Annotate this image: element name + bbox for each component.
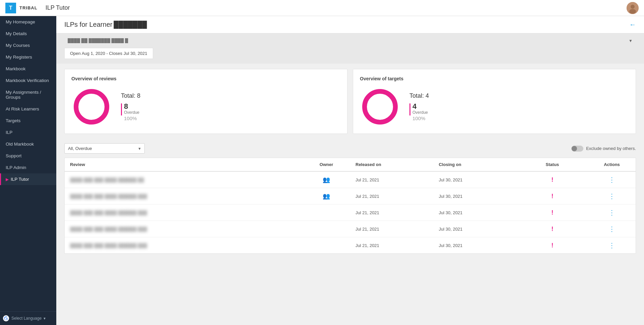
toggle-knob [572, 146, 577, 151]
col-header-review: Review [65, 158, 303, 171]
reviews-total: Total: 8 [121, 92, 140, 99]
table-cell-actions[interactable]: ⋮ [588, 205, 636, 221]
table-cell-owner [303, 205, 350, 221]
status-warning-icon: ! [551, 209, 553, 216]
table-cell-actions[interactable]: ⋮ [588, 171, 636, 188]
google-icon [3, 315, 9, 322]
sidebar-item-targets[interactable]: Targets [0, 115, 56, 127]
row-actions-menu-icon[interactable]: ⋮ [608, 176, 615, 183]
svg-point-1 [631, 5, 635, 9]
row-actions-menu-icon[interactable]: ⋮ [608, 225, 615, 233]
sidebar-item-at-risk-learners[interactable]: At Risk Learners [0, 103, 56, 115]
table-cell-closing: Jul 30, 2021 [433, 171, 516, 188]
col-header-owner: Owner [303, 158, 350, 171]
col-header-closing: Closing on [433, 158, 516, 171]
targets-donut-chart [360, 87, 400, 127]
targets-stats: Total: 4 4 Overdue 100% [409, 92, 429, 121]
sidebar-item-my-courses[interactable]: My Courses [0, 39, 56, 51]
page-title-wrap: ILPs for Learner ███████ [64, 21, 147, 28]
svg-point-3 [3, 315, 9, 321]
targets-card: Overview of targets Total: 4 4 [353, 69, 636, 134]
sidebar-item-markbook-verification[interactable]: Markbook Verification [0, 75, 56, 86]
sidebar-item-support[interactable]: Support [0, 150, 56, 162]
table-cell-review[interactable]: ████ ███ ███ ████ ██████ ███ [65, 237, 303, 254]
targets-donut-svg [360, 87, 400, 127]
table-body: ████ ███ ███ ████ ██████ ██ 👥 Jul 21, 20… [65, 171, 636, 253]
reviews-table-wrap: Review Owner Released on Closing on Stat… [64, 158, 636, 254]
table-cell-review[interactable]: ████ ███ ███ ████ ██████ ███ [65, 205, 303, 221]
table-cell-closing: Jul 30, 2021 [433, 237, 516, 254]
sidebar-item-markbook[interactable]: Markbook [0, 63, 56, 75]
ilp-select-input[interactable] [64, 36, 636, 45]
filter-select-wrap: All, Overdue All Overdue Completed ▼ [64, 143, 145, 154]
sidebar-item-ilp-admin[interactable]: ILP Admin [0, 162, 56, 173]
targets-donut-wrap: Total: 4 4 Overdue 100% [360, 87, 629, 127]
page-header: ILPs for Learner ███████ ← [56, 16, 644, 33]
table-cell-actions[interactable]: ⋮ [588, 221, 636, 237]
exclude-wrap: Exclude owned by others. [571, 146, 636, 152]
table-cell-released: Jul 21, 2021 [350, 171, 433, 188]
table-row: ████ ███ ███ ████ ██████ ██ 👥 Jul 21, 20… [65, 171, 636, 188]
table-cell-closing: Jul 30, 2021 [433, 221, 516, 237]
table-row: ████ ███ ███ ████ ██████ ███ Jul 21, 202… [65, 237, 636, 254]
date-section: Open Aug 1, 2020 - Closes Jul 30, 2021 [56, 48, 644, 64]
table-row: ████ ███ ███ ████ ██████ ███ Jul 21, 202… [65, 205, 636, 221]
sidebar-item-my-homepage[interactable]: My Homepage [0, 16, 56, 28]
sidebar-item-my-assignments-groups[interactable]: My Assignments / Groups [0, 86, 56, 103]
sidebar-item-ilp[interactable]: ILP [0, 127, 56, 138]
owner-group-icon: 👥 [323, 193, 330, 199]
table-cell-actions[interactable]: ⋮ [588, 237, 636, 254]
user-avatar[interactable] [627, 2, 639, 14]
targets-total: Total: 4 [409, 92, 429, 99]
targets-status-label: Overdue [412, 110, 428, 115]
sidebar-item-old-markbook[interactable]: Old Markbook [0, 138, 56, 150]
overview-section: Overview of reviews Total: 8 8 [56, 64, 644, 139]
table-row: ████ ███ ███ ████ ██████ ███ 👥 Jul 21, 2… [65, 188, 636, 205]
date-badge: Open Aug 1, 2020 - Closes Jul 30, 2021 [64, 48, 153, 59]
reviews-percentage: 100% [124, 115, 139, 121]
targets-percentage: 100% [412, 115, 428, 121]
table-cell-released: Jul 21, 2021 [350, 221, 433, 237]
main-content: ILPs for Learner ███████ ← ▼ Open Aug 1,… [56, 16, 644, 325]
logo-letter: T [9, 5, 12, 11]
reviews-donut-wrap: Total: 8 8 Overdue 100% [71, 87, 340, 127]
row-actions-menu-icon[interactable]: ⋮ [608, 192, 615, 200]
table-cell-owner [303, 221, 350, 237]
table-header-row: Review Owner Released on Closing on Stat… [65, 158, 636, 171]
sidebar: My Homepage My Details My Courses My Reg… [0, 16, 56, 325]
status-warning-icon: ! [551, 242, 553, 249]
targets-count-wrap: 4 Overdue 100% [412, 103, 428, 121]
col-header-actions: Actions [588, 158, 636, 171]
table-cell-released: Jul 21, 2021 [350, 188, 433, 205]
table-cell-review[interactable]: ████ ███ ███ ████ ██████ ███ [65, 188, 303, 205]
exclude-toggle[interactable] [571, 146, 583, 152]
svg-point-2 [629, 9, 636, 14]
top-header: T TRIBAL ILP Tutor [0, 0, 644, 16]
sidebar-item-ilp-tutor[interactable]: ▶ ILP Tutor [0, 173, 56, 185]
filter-select[interactable]: All, Overdue All Overdue Completed [64, 143, 145, 154]
sidebar-item-my-registers[interactable]: My Registers [0, 51, 56, 63]
filter-row: All, Overdue All Overdue Completed ▼ Exc… [56, 139, 644, 158]
table-cell-review[interactable]: ████ ███ ███ ████ ██████ ███ [65, 221, 303, 237]
active-arrow-icon: ▶ [6, 177, 9, 182]
row-actions-menu-icon[interactable]: ⋮ [608, 209, 615, 216]
table-cell-actions[interactable]: ⋮ [588, 188, 636, 205]
targets-stats-row: 4 Overdue 100% [409, 103, 429, 121]
svg-point-7 [365, 91, 395, 122]
status-warning-icon: ! [551, 226, 553, 232]
back-button[interactable]: ← [629, 21, 636, 28]
ilp-select-wrap: ▼ [64, 36, 636, 45]
owner-group-icon: 👥 [323, 176, 330, 183]
reviews-stats: Total: 8 8 Overdue 100% [121, 92, 140, 121]
learner-name: ███████ [114, 21, 147, 28]
language-dropdown-arrow: ▼ [43, 317, 46, 320]
row-actions-menu-icon[interactable]: ⋮ [608, 242, 615, 249]
sidebar-footer[interactable]: Select Language ▼ [0, 311, 56, 325]
sidebar-item-my-details[interactable]: My Details [0, 28, 56, 39]
table-cell-review[interactable]: ████ ███ ███ ████ ██████ ██ [65, 171, 303, 188]
table-cell-status: ! [517, 205, 588, 221]
reviews-count: 8 [124, 103, 139, 110]
reviews-title: Overview of reviews [71, 76, 340, 81]
layout: My Homepage My Details My Courses My Reg… [0, 16, 644, 325]
col-header-status: Status [517, 158, 588, 171]
